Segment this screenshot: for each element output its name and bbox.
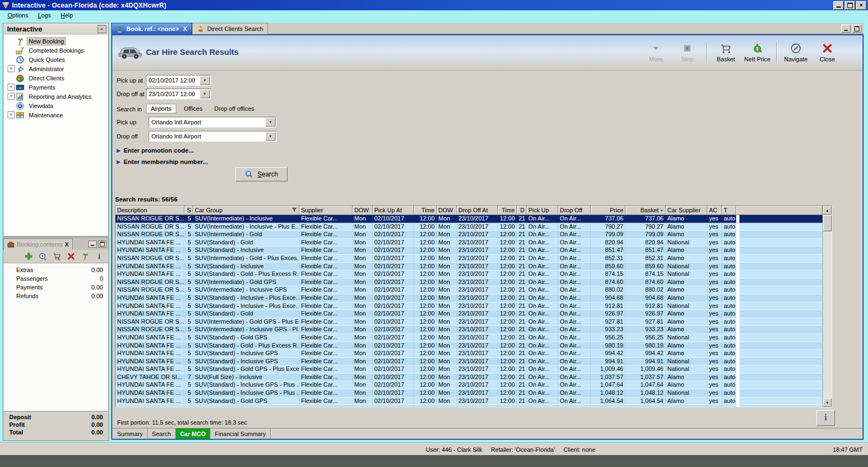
column-header-drop-off-at[interactable]: Drop Off At [457,206,498,215]
column-header-time[interactable]: Time [414,206,437,215]
remove-icon[interactable] [67,252,76,261]
dropoff-at-dropdown-icon[interactable]: ▼ [200,90,210,98]
column-header-car-supplier[interactable]: Car Supplier [666,206,707,215]
footer-tab-search[interactable]: Search [148,428,176,439]
booking-maximize-button[interactable] [98,241,106,248]
scroll-down-button[interactable]: ▼ [823,398,832,407]
result-row[interactable]: HYUNDAI SANTA FE ...5SUV(Standard) - Gol… [116,365,822,374]
search-button[interactable]: Search [235,167,288,181]
search-in-airports[interactable]: Airports [146,104,176,113]
sidebar-item-quick-quotes[interactable]: Quick Quotes [4,55,108,64]
close-button[interactable]: Close [813,40,842,65]
column-header-description[interactable]: Description [116,206,184,215]
sidebar-item-completed-bookings[interactable]: Completed Bookings [4,46,108,55]
dropoff-at-input[interactable] [146,89,199,99]
to-basket-icon[interactable] [53,252,62,261]
booking-minimize-button[interactable] [88,241,97,248]
info-icon[interactable]: i [95,252,104,261]
footer-tab-summary[interactable]: Summary [113,428,148,439]
result-row[interactable]: NISSAN ROGUE OR S...5SUV(Intermediate) -… [116,326,822,334]
pickup-at-dropdown-icon[interactable]: ▼ [200,76,210,85]
column-header-dow[interactable]: DOW [437,206,457,215]
menu-logs[interactable]: Logs [34,11,55,19]
search-in-offices[interactable]: Offices [180,104,207,113]
result-row[interactable]: HYUNDAI SANTA FE ...5SUV(Standard) - Gol… [116,270,822,279]
scroll-up-button[interactable]: ▲ [823,206,832,214]
result-row[interactable]: NISSAN ROGUE OR S...5SUV(Intermediate) -… [116,215,822,223]
sidebar-item-new-booking[interactable]: New Booking [4,36,108,46]
add-icon[interactable] [24,252,34,261]
result-row[interactable]: NISSAN ROGUE OR S...5SUV(Intermediate) -… [116,223,822,231]
column-header-supplier[interactable]: Supplier [299,206,353,215]
pane-restore-button[interactable] [852,24,861,33]
window-minimize-button[interactable] [833,1,844,10]
result-row[interactable]: CHEVY TAHOE OR SI...7SUV(Full Size) - In… [116,374,822,382]
menu-help[interactable]: Help [56,11,78,19]
filter-funnel-icon[interactable] [291,207,297,214]
navigate-button[interactable]: Navigate [781,40,810,65]
result-row[interactable]: HYUNDAI SANTA FE ...5SUV(Standard) - Gol… [116,342,822,350]
booking-contents-close-icon[interactable]: X [65,241,68,248]
result-row-partial[interactable] [116,405,822,407]
sidebar-item-payments[interactable]: +Payments [4,83,108,92]
window-close-button[interactable]: × [856,1,866,10]
info-button[interactable]: i [816,410,835,426]
booking-contents-tab[interactable]: Booking contents X [3,238,73,250]
expand-icon[interactable]: + [6,93,16,100]
result-row[interactable]: HYUNDAI SANTA FE ...5SUV(Standard) - Inc… [116,350,822,358]
palm-tree-icon[interactable] [81,252,90,261]
basket-button[interactable]: Basket [711,40,741,65]
result-row[interactable]: HYUNDAI SANTA FE ...5SUV(Standard) - Gol… [116,334,822,342]
result-row[interactable]: HYUNDAI SANTA FE ...5SUV(Standard) - Gol… [116,310,822,318]
menu-options[interactable]: Options [3,11,33,19]
tab-book-ref-none[interactable]: Book. ref.: <none>X [111,23,192,34]
column-header-price[interactable]: Price [591,206,626,215]
pickup-dropdown-icon[interactable]: ▼ [265,118,276,127]
sidebar-collapse-button[interactable]: − [98,25,106,33]
expand-icon[interactable]: + [6,84,16,91]
promotion-code-expander[interactable]: ▶ Enter promotion code... [117,147,194,154]
nett-price-button[interactable]: Nett Price [743,40,772,65]
tab-direct-clients-search[interactable]: Direct Clients Search [192,23,268,34]
column-header-d[interactable]: D [517,206,527,215]
sidebar-item-viewdata[interactable]: Viewdata [4,101,108,110]
column-header-ac[interactable]: AC [707,206,722,215]
vertical-scrollbar[interactable]: ▲ ▼ [822,206,832,407]
pickup-input[interactable] [149,117,265,127]
result-row[interactable]: NISSAN ROGUE OR S...5SUV(Intermediate) -… [116,286,822,294]
dropoff-input[interactable] [149,131,265,141]
result-row[interactable]: HYUNDAI SANTA FE ...5SUV(Standard) - Inc… [116,263,822,271]
result-row[interactable]: NISSAN ROGUE OR S...5SUV(Intermediate) -… [116,318,822,326]
column-header-pick-up-at[interactable]: Pick Up At [373,206,414,215]
result-row[interactable]: NISSAN ROGUE OR S...5SUV(Intermediate) -… [116,255,822,263]
column-header-pick-up[interactable]: Pick Up [527,206,558,215]
pane-minimize-button[interactable] [841,24,851,33]
column-header-basket[interactable]: Basket▼ [626,206,666,215]
pickup-at-input[interactable] [146,75,199,85]
sidebar-item-reporting-and-analytics[interactable]: +Reporting and Analytics [4,92,108,101]
result-row[interactable]: HYUNDAI SANTA FE ...5SUV(Standard) - Gol… [116,239,822,247]
tab-close-icon[interactable]: X [183,26,187,32]
column-header-drop-off[interactable]: Drop Off [558,206,591,215]
column-header-car-group[interactable]: Car Group [193,206,299,215]
result-row[interactable]: HYUNDAI SANTA FE ...5SUV(Standard) - Gol… [116,397,822,406]
column-header-dow[interactable]: DOW [353,206,373,215]
membership-number-expander[interactable]: ▶ Enter membership number... [117,159,208,165]
footer-tab-car-mco[interactable]: Car MCO [176,428,210,439]
sidebar-item-maintenance[interactable]: +Maintenance [4,110,108,119]
result-row[interactable]: HYUNDAI SANTA FE ...5SUV(Standard) - Inc… [116,381,822,389]
result-row[interactable]: HYUNDAI SANTA FE ...5SUV(Standard) - Inc… [116,389,822,397]
scrollbar-thumb[interactable] [823,215,832,231]
availability-icon[interactable] [39,252,48,261]
result-row[interactable]: HYUNDAI SANTA FE ...5SUV(Standard) - Inc… [116,358,822,366]
result-row[interactable]: NISSAN ROGUE OR S...5SUV(Intermediate) -… [116,279,822,287]
column-header-t[interactable]: T [722,206,736,215]
sidebar-item-administrator[interactable]: +Administrator [4,64,108,73]
column-header-s[interactable]: S [184,206,193,215]
search-in-drop-off-offices[interactable]: Drop off offices [210,104,259,113]
footer-tab-financial-summary[interactable]: Financial Summary [210,428,271,439]
dropoff-dropdown-icon[interactable]: ▼ [265,132,276,141]
expand-icon[interactable]: + [6,65,16,72]
result-row[interactable]: HYUNDAI SANTA FE ...5SUV(Standard) - Inc… [116,247,822,255]
result-row[interactable]: NISSAN ROGUE OR S...5SUV(Intermediate) -… [116,231,822,239]
